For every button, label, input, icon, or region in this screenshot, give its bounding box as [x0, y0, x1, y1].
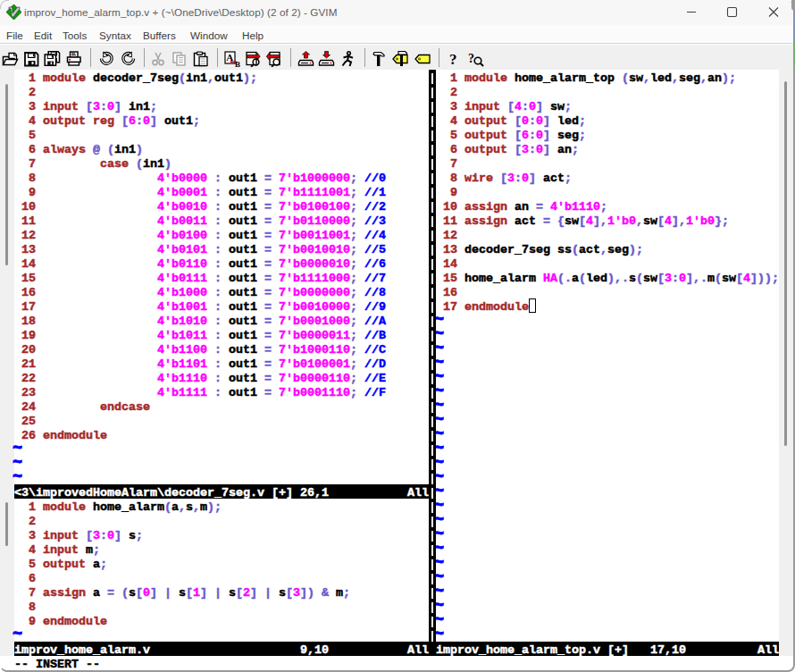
svg-text:?: ? — [468, 52, 474, 65]
svg-text:B: B — [235, 60, 240, 68]
svg-text:A: A — [226, 52, 233, 63]
svg-text:?: ? — [449, 51, 457, 67]
